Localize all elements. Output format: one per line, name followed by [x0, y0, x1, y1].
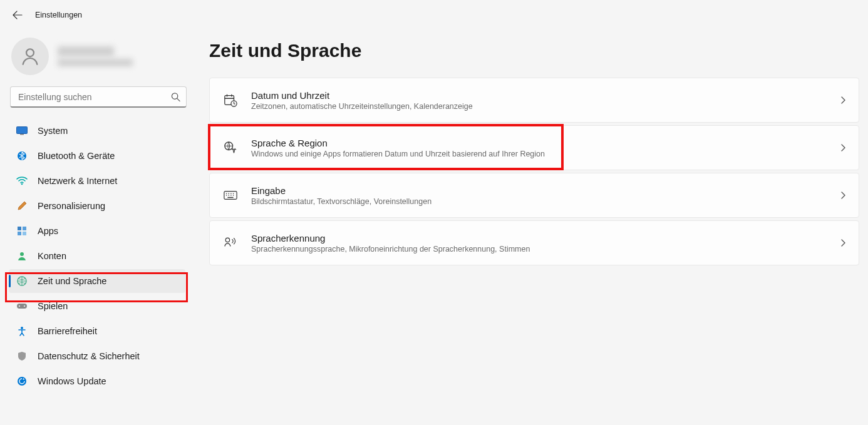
svg-point-22 [228, 193, 229, 194]
chevron-right-icon [840, 191, 846, 200]
svg-point-15 [21, 327, 23, 329]
avatar [11, 38, 49, 75]
nav-item-system[interactable]: System [9, 119, 185, 143]
card-title: Spracherkennung [251, 233, 840, 243]
speech-icon [224, 236, 237, 250]
svg-point-13 [19, 305, 20, 307]
card-text: Sprache & Region Windows und einige Apps… [251, 138, 840, 158]
nav-item-bluetooth[interactable]: Bluetooth & Geräte [9, 144, 185, 168]
window-title: Einstellungen [35, 11, 82, 19]
card-title: Sprache & Region [251, 138, 840, 148]
search-box [10, 86, 187, 108]
accessibility-icon [16, 325, 28, 337]
nav-item-personalization[interactable]: Personalisierung [9, 194, 185, 218]
nav-item-gaming[interactable]: Spielen [9, 294, 185, 318]
chevron-right-icon [840, 238, 846, 247]
calendar-clock-icon [224, 93, 237, 107]
svg-point-24 [233, 193, 234, 194]
svg-rect-8 [18, 232, 21, 235]
monitor-icon [16, 125, 28, 136]
svg-point-16 [18, 377, 26, 386]
nav-label: Bluetooth & Geräte [38, 151, 115, 161]
svg-rect-6 [18, 227, 21, 230]
card-typing[interactable]: Eingabe Bildschirmtastatur, Textvorschlä… [209, 173, 859, 218]
shield-icon [16, 351, 28, 362]
globe-language-icon [224, 141, 237, 155]
nav-item-time-language[interactable]: Zeit und Sprache [9, 269, 185, 293]
card-speech[interactable]: Spracherkennung Spracherkennungssprache,… [209, 220, 859, 265]
bluetooth-icon [16, 150, 28, 161]
wifi-icon [16, 175, 28, 187]
nav-list: System Bluetooth & Geräte Netzwerk & Int… [9, 119, 190, 393]
nav-label: Datenschutz & Sicherheit [38, 351, 140, 361]
nav-label: Netzwerk & Internet [38, 176, 117, 186]
card-desc: Zeitzonen, automatische Uhrzeiteinstellu… [251, 102, 840, 111]
page-title: Zeit und Sprache [209, 40, 859, 61]
svg-rect-9 [23, 232, 26, 235]
nav-item-privacy[interactable]: Datenschutz & Sicherheit [9, 344, 185, 368]
svg-rect-2 [17, 127, 28, 134]
nav-label: Zeit und Sprache [38, 276, 106, 286]
window-header: Einstellungen [0, 0, 868, 30]
card-text: Eingabe Bildschirmtastatur, Textvorschlä… [251, 185, 840, 206]
keyboard-icon [224, 188, 237, 202]
card-language-region[interactable]: Sprache & Region Windows und einige Apps… [209, 125, 859, 170]
svg-point-23 [230, 193, 232, 194]
svg-rect-12 [17, 304, 27, 309]
svg-point-25 [226, 195, 227, 196]
svg-point-30 [225, 238, 229, 242]
card-title: Datum und Uhrzeit [251, 90, 840, 101]
card-desc: Windows und einige Apps formatieren Datu… [251, 150, 840, 158]
main-content: Zeit und Sprache Datum und Uhrzeit Zeitz… [194, 30, 868, 425]
gamepad-icon [16, 300, 28, 312]
svg-point-14 [24, 305, 25, 307]
arrow-left-icon [13, 10, 23, 20]
card-date-time[interactable]: Datum und Uhrzeit Zeitzonen, automatisch… [209, 78, 859, 123]
profile-info [58, 46, 133, 66]
nav-label: Spielen [38, 301, 68, 311]
svg-point-10 [20, 252, 24, 256]
apps-icon [16, 225, 28, 237]
back-button[interactable] [11, 9, 24, 21]
svg-point-28 [233, 195, 234, 196]
search-icon [171, 93, 180, 102]
card-title: Eingabe [251, 185, 840, 196]
account-icon [16, 250, 28, 262]
nav-item-network[interactable]: Netzwerk & Internet [9, 169, 185, 193]
card-desc: Bildschirmtastatur, Textvorschläge, Vore… [251, 197, 840, 206]
chevron-right-icon [840, 143, 846, 152]
card-desc: Spracherkennungssprache, Mikrofoneinrich… [251, 245, 840, 253]
nav-item-windows-update[interactable]: Windows Update [9, 369, 185, 393]
card-text: Datum und Uhrzeit Zeitzonen, automatisch… [251, 90, 840, 111]
svg-point-27 [230, 195, 232, 196]
nav-label: System [38, 126, 68, 136]
brush-icon [16, 200, 28, 212]
svg-rect-3 [20, 134, 24, 135]
profile-name-redacted [58, 46, 114, 56]
nav-label: Barrierefreiheit [38, 326, 97, 336]
nav-label: Apps [38, 226, 58, 236]
nav-item-apps[interactable]: Apps [9, 219, 185, 243]
profile-email-redacted [58, 59, 133, 66]
svg-point-5 [21, 183, 23, 185]
update-icon [16, 376, 28, 387]
svg-point-1 [172, 93, 177, 99]
globe-clock-icon [16, 275, 28, 287]
card-text: Spracherkennung Spracherkennungssprache,… [251, 233, 840, 253]
nav-item-accessibility[interactable]: Barrierefreiheit [9, 319, 185, 343]
user-profile[interactable] [9, 35, 190, 86]
svg-point-21 [226, 193, 227, 194]
sidebar: System Bluetooth & Geräte Netzwerk & Int… [0, 30, 194, 425]
search-input[interactable] [10, 86, 187, 108]
chevron-right-icon [840, 96, 846, 105]
settings-cards: Datum und Uhrzeit Zeitzonen, automatisch… [209, 78, 859, 265]
person-icon [19, 46, 41, 67]
nav-label: Windows Update [38, 376, 106, 386]
svg-rect-29 [227, 197, 233, 198]
nav-item-accounts[interactable]: Konten [9, 244, 185, 268]
svg-point-26 [228, 195, 229, 196]
svg-rect-7 [23, 227, 26, 230]
svg-point-0 [26, 49, 34, 56]
nav-label: Personalisierung [38, 201, 105, 211]
nav-label: Konten [38, 251, 66, 261]
